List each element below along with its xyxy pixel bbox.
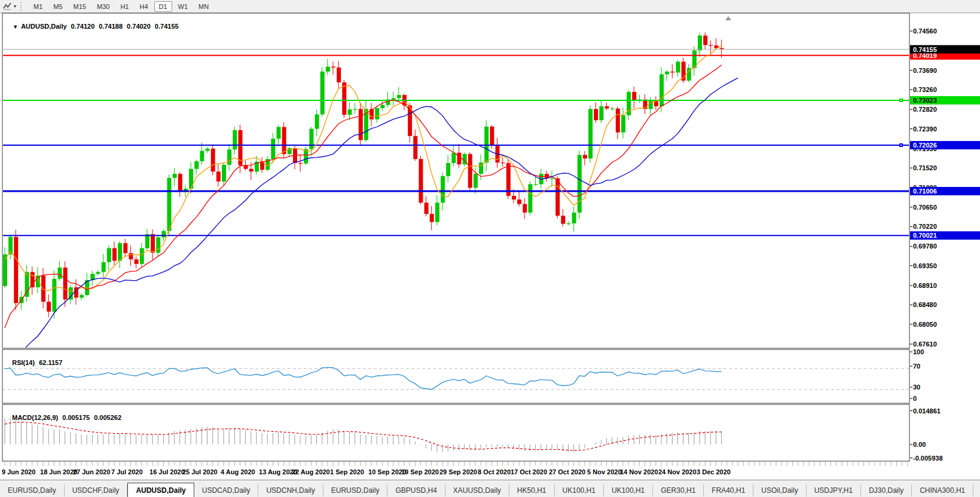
rsi-pane-label: RSI(14)62.1157 bbox=[5, 352, 62, 373]
tab-fra40-h1[interactable]: FRA40,H1 bbox=[704, 484, 753, 496]
rsi-name: RSI(14) bbox=[12, 359, 35, 366]
macd-signal-value: 0.005262 bbox=[94, 414, 121, 421]
date-label: 19 Sep 2020 bbox=[401, 468, 439, 475]
tab-usoil-daily[interactable]: USOil,Daily bbox=[753, 484, 806, 496]
svg-text:0.71006: 0.71006 bbox=[913, 188, 937, 195]
tab-usdjpy-h1[interactable]: USDJPY,H1 bbox=[807, 484, 861, 496]
date-label: 17 Oct 2020 bbox=[511, 468, 547, 475]
svg-text:0.72820: 0.72820 bbox=[913, 106, 937, 113]
tab-usoil-h1[interactable]: USOil,H1 bbox=[973, 484, 980, 496]
tab-hk50-h1[interactable]: HK50,H1 bbox=[509, 484, 555, 496]
date-label: 27 Oct 2020 bbox=[549, 468, 585, 475]
tab-gbpusd-h4[interactable]: GBPUSD,H4 bbox=[387, 484, 445, 496]
svg-text:0.014861: 0.014861 bbox=[913, 407, 941, 415]
tab-uk100-h1[interactable]: UK100,H1 bbox=[555, 484, 604, 496]
svg-text:0: 0 bbox=[913, 395, 917, 402]
date-label: 9 Jun 2020 bbox=[2, 468, 35, 475]
macd-name: MACD(12,26,9) bbox=[12, 414, 58, 421]
date-label: 7 Jul 2020 bbox=[111, 468, 143, 475]
tab-dj30-daily[interactable]: DJ30,Daily bbox=[861, 484, 912, 496]
macd-pane-label: MACD(12,26,9)0.0051750.005262 bbox=[5, 407, 121, 428]
date-label: 16 Jul 2020 bbox=[149, 468, 185, 475]
chart-symbol: AUDUSD,Daily bbox=[21, 23, 66, 30]
tab-uk100-h1[interactable]: UK100,H1 bbox=[604, 484, 653, 496]
svg-text:0.73023: 0.73023 bbox=[913, 97, 937, 104]
ohlc-high: 0.74188 bbox=[99, 23, 123, 30]
tab-eurusd-daily[interactable]: EURUSD,Daily bbox=[0, 484, 65, 496]
ohlc-open: 0.74120 bbox=[71, 23, 95, 30]
tab-ger30-h1[interactable]: GER30,H1 bbox=[653, 484, 704, 496]
svg-text:0.73690: 0.73690 bbox=[913, 67, 937, 74]
date-label: 29 Sep 2020 bbox=[439, 468, 477, 475]
chart-canvas[interactable]: 0.745600.741300.736900.732600.728200.723… bbox=[0, 0, 980, 480]
svg-text:0.71520: 0.71520 bbox=[913, 164, 937, 171]
chart-marker-icon[interactable]: ▼ bbox=[13, 24, 18, 30]
pane-border bbox=[2, 349, 909, 403]
macd-value: 0.005175 bbox=[62, 414, 90, 421]
tab-audusd-daily[interactable]: AUDUSD,Daily bbox=[127, 483, 194, 497]
tab-usdcnh-daily[interactable]: USDCNH,Daily bbox=[258, 484, 323, 496]
date-label: 22 Aug 2020 bbox=[292, 468, 330, 475]
symbol-tab-bar: EURUSD,DailyUSDCHF,DailyAUDUSD,DailyUSDC… bbox=[0, 480, 980, 497]
date-label: 24 Nov 2020 bbox=[658, 468, 697, 475]
ohlc-close: 0.74155 bbox=[155, 23, 179, 30]
ohlc-low: 0.74020 bbox=[127, 23, 151, 30]
date-label: 1 Sep 2020 bbox=[330, 468, 364, 475]
tab-usdchf-daily[interactable]: USDCHF,Daily bbox=[65, 484, 128, 496]
svg-text:0.00: 0.00 bbox=[913, 441, 926, 448]
svg-text:0.74560: 0.74560 bbox=[913, 27, 937, 35]
pane-border bbox=[2, 404, 909, 461]
date-label: 4 Aug 2020 bbox=[221, 468, 255, 475]
time-axis[interactable]: 9 Jun 202018 Jun 202027 Jun 20207 Jul 20… bbox=[2, 462, 908, 475]
svg-text:0.70650: 0.70650 bbox=[913, 204, 937, 211]
tab-china300-h1[interactable]: CHINA300,H1 bbox=[912, 484, 973, 496]
svg-text:0.74155: 0.74155 bbox=[913, 46, 937, 53]
svg-text:0.73260: 0.73260 bbox=[913, 86, 937, 93]
date-label: 14 Nov 2020 bbox=[620, 468, 658, 475]
date-label: 5 Nov 2020 bbox=[587, 468, 621, 475]
svg-text:30: 30 bbox=[913, 384, 920, 391]
svg-text:0.69780: 0.69780 bbox=[913, 243, 937, 250]
price-axis[interactable]: 0.745600.741300.736900.732600.728200.723… bbox=[910, 27, 980, 462]
tabs-holder: EURUSD,DailyUSDCHF,DailyAUDUSD,DailyUSDC… bbox=[0, 480, 980, 497]
date-label: 3 Dec 2020 bbox=[697, 468, 731, 475]
svg-text:0.69350: 0.69350 bbox=[913, 262, 937, 269]
date-label: 8 Oct 2020 bbox=[478, 468, 511, 475]
date-label: 10 Sep 2020 bbox=[368, 468, 406, 475]
date-label: 18 Jun 2020 bbox=[40, 468, 77, 475]
svg-text:0.70220: 0.70220 bbox=[913, 223, 937, 230]
svg-text:0.68050: 0.68050 bbox=[913, 321, 937, 328]
rsi-value: 62.1157 bbox=[39, 359, 62, 366]
pane-border bbox=[2, 13, 909, 348]
tab-eurusd-daily[interactable]: EURUSD,Daily bbox=[323, 484, 388, 496]
svg-text:0.72026: 0.72026 bbox=[913, 142, 937, 149]
svg-text:-0.005938: -0.005938 bbox=[913, 455, 943, 462]
svg-text:100: 100 bbox=[913, 348, 924, 355]
date-label: 25 Jul 2020 bbox=[182, 468, 218, 475]
tab-usdcad-daily[interactable]: USDCAD,Daily bbox=[194, 484, 259, 496]
svg-text:0.68910: 0.68910 bbox=[913, 282, 937, 289]
trading-app-window: ▾ M1M5M15M30H1H4D1W1MN 0.745600.741300.7… bbox=[0, 0, 980, 497]
tab-xauusd-daily[interactable]: XAUUSD,Daily bbox=[445, 484, 509, 496]
svg-text:0.72390: 0.72390 bbox=[913, 125, 937, 133]
svg-text:70: 70 bbox=[913, 363, 920, 370]
svg-text:0.70021: 0.70021 bbox=[913, 232, 937, 239]
date-label: 27 Jun 2020 bbox=[73, 468, 110, 475]
svg-text:0.67610: 0.67610 bbox=[913, 340, 937, 348]
svg-text:0.68480: 0.68480 bbox=[913, 301, 937, 308]
chart-title: ▼AUDUSD,Daily0.741200.741880.740200.7415… bbox=[5, 16, 179, 37]
